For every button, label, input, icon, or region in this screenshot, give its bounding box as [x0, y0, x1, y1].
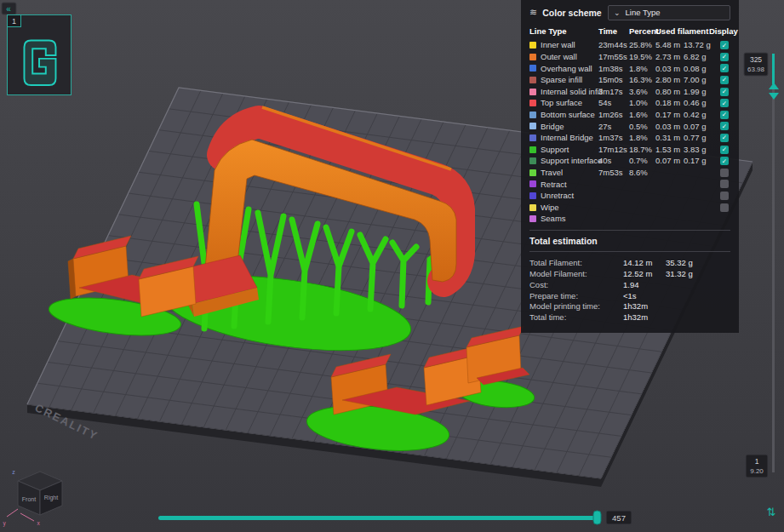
- total-label: Cost:: [529, 280, 623, 289]
- display-checkbox[interactable]: ✓: [720, 41, 729, 49]
- filament-weight-value: 0.07 g: [684, 122, 709, 131]
- table-header-row: Line Type Time Percent Used filament Dis…: [529, 26, 730, 36]
- display-checkbox[interactable]: [720, 180, 729, 188]
- display-checkbox[interactable]: ✓: [720, 76, 729, 84]
- color-swatch: [529, 65, 536, 72]
- table-row: Inner wall23m44s25.8%5.48 m13.72 g✓: [529, 39, 730, 51]
- total-label: Model printing time:: [529, 301, 623, 311]
- display-checkbox[interactable]: [720, 169, 729, 177]
- color-swatch: [529, 42, 536, 49]
- percent-value: 25.8%: [629, 40, 655, 49]
- percent-value: 3.6%: [629, 87, 655, 96]
- time-value: 17m55s: [598, 52, 629, 61]
- display-checkbox[interactable]: [720, 203, 729, 212]
- total-label: Total time:: [529, 312, 623, 322]
- total-label: Model Filament:: [529, 269, 623, 278]
- slicer-preview-window: CREALITY: [0, 0, 784, 532]
- display-checkbox[interactable]: ✓: [720, 157, 729, 165]
- layer-slider-track[interactable]: [772, 54, 775, 472]
- time-value: 40s: [598, 156, 629, 165]
- color-swatch: [529, 100, 536, 106]
- step-slider-handle[interactable]: [593, 511, 601, 524]
- filament-length-value: 2.80 m: [655, 75, 684, 84]
- table-row: Seams: [529, 213, 730, 225]
- layer-top-number: 325: [750, 55, 762, 64]
- color-scheme-dropdown[interactable]: ⌄ Line Type: [608, 5, 730, 20]
- color-swatch: [529, 215, 536, 222]
- total-value-1: 1h32m: [623, 312, 666, 322]
- color-swatch: [529, 134, 536, 141]
- table-row: Retract: [529, 179, 730, 191]
- collapse-panel-icon[interactable]: «: [2, 3, 16, 14]
- filament-weight-value: 0.17 g: [684, 156, 709, 165]
- display-checkbox[interactable]: ✓: [720, 88, 729, 96]
- display-checkbox[interactable]: [720, 192, 729, 200]
- line-type-label: Retract: [541, 180, 598, 189]
- filament-length-value: 0.03 m: [655, 64, 684, 73]
- percent-value: 8.6%: [629, 168, 655, 177]
- time-value: 3m17s: [598, 87, 629, 96]
- time-value: 1m26s: [598, 110, 629, 119]
- total-value-2: 31.32 g: [666, 269, 730, 278]
- filament-weight-value: 13.72 g: [684, 40, 709, 49]
- plate-thumbnail[interactable]: 1: [7, 14, 72, 95]
- color-swatch: [529, 169, 536, 176]
- table-row: Outer wall17m55s19.5%2.73 m6.82 g✓: [529, 51, 730, 63]
- display-checkbox[interactable]: ✓: [720, 99, 729, 107]
- filament-weight-value: 1.99 g: [684, 87, 709, 96]
- filament-length-value: 0.03 m: [655, 122, 684, 131]
- total-row: Model Filament:12.52 m31.32 g: [529, 268, 730, 279]
- display-checkbox[interactable]: ✓: [720, 146, 729, 154]
- line-type-label: Overhang wall: [541, 64, 598, 73]
- table-row: Internal Bridge1m37s1.8%0.31 m0.77 g✓: [529, 132, 730, 144]
- step-slider-track[interactable]: [158, 516, 598, 520]
- total-value-1: 12.52 m: [623, 269, 666, 278]
- header-display: Display: [709, 26, 739, 36]
- line-type-label: Sparse infill: [541, 75, 598, 84]
- total-value-1: <1s: [623, 291, 666, 300]
- total-label: Total Filament:: [529, 258, 623, 267]
- model-outline: [24, 40, 55, 85]
- view-cube-right-label[interactable]: Right: [44, 495, 58, 501]
- display-checkbox[interactable]: ✓: [720, 134, 729, 142]
- time-value: 15m0s: [598, 75, 629, 84]
- display-checkbox[interactable]: ✓: [720, 122, 729, 130]
- line-type-label: Inner wall: [541, 40, 598, 49]
- total-value-1: 14.12 m: [623, 258, 666, 267]
- filament-weight-value: 0.42 g: [684, 110, 709, 119]
- scroll-layers-icon[interactable]: ⇅: [767, 506, 776, 518]
- line-type-label: Bottom surface: [541, 110, 598, 119]
- line-type-table-body: Inner wall23m44s25.8%5.48 m13.72 g✓Outer…: [529, 39, 730, 225]
- total-value-1: 1.94: [623, 280, 666, 289]
- filament-length-value: 0.80 m: [655, 87, 684, 96]
- filament-weight-value: 6.82 g: [684, 52, 709, 61]
- display-checkbox[interactable]: ✓: [720, 53, 729, 61]
- line-type-label: Support interface: [541, 156, 598, 165]
- line-type-label: Bridge: [541, 122, 598, 131]
- display-checkbox[interactable]: ✓: [720, 64, 729, 72]
- filament-length-value: 5.48 m: [655, 40, 684, 49]
- filament-length-value: 0.07 m: [655, 156, 684, 165]
- total-estimation-body: Total Filament:14.12 m35.32 gModel Filam…: [529, 257, 730, 323]
- line-type-label: Outer wall: [541, 52, 598, 61]
- line-type-label: Top surface: [541, 98, 598, 107]
- line-type-icon: ≋: [529, 7, 537, 18]
- total-row: Total Filament:14.12 m35.32 g: [529, 257, 730, 268]
- time-value: 7m53s: [598, 168, 629, 177]
- filament-weight-value: 0.46 g: [684, 98, 709, 107]
- color-swatch: [529, 54, 536, 60]
- color-swatch: [529, 157, 536, 164]
- table-row: Support17m12s18.7%1.53 m3.83 g✓: [529, 144, 730, 156]
- layer-bottom-number: 1: [755, 457, 759, 466]
- table-row: Overhang wall1m38s1.8%0.03 m0.08 g✓: [529, 63, 730, 75]
- time-value: 17m12s: [598, 145, 629, 154]
- layer-slider-range: [772, 54, 775, 84]
- view-cube-front-label[interactable]: Front: [22, 496, 36, 502]
- dropdown-value: Line Type: [626, 8, 661, 17]
- color-scheme-panel: ≋ Color scheme ⌄ Line Type Line Type Tim…: [521, 0, 739, 333]
- axis-z-label: z: [12, 469, 15, 475]
- display-checkbox[interactable]: ✓: [720, 111, 729, 119]
- filament-weight-value: 0.77 g: [684, 133, 709, 142]
- color-swatch: [529, 146, 536, 153]
- time-value: 27s: [598, 122, 629, 131]
